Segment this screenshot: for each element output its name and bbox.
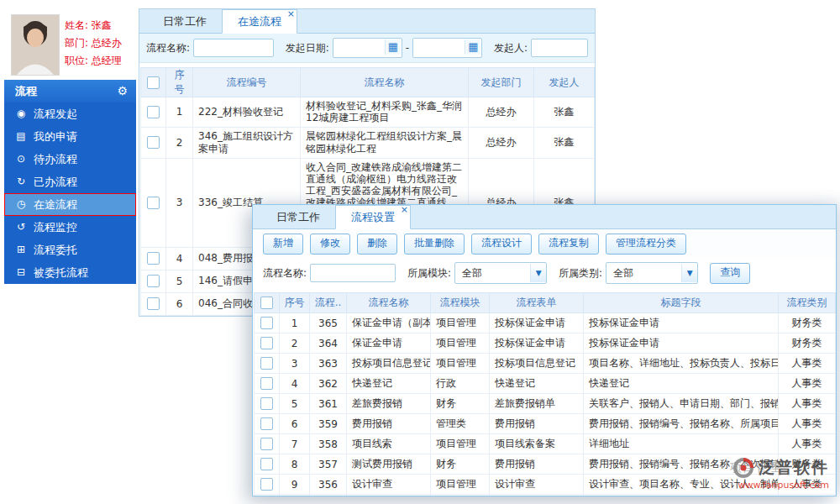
cell-category: 人事类 <box>779 394 836 414</box>
sidebar-item-flow-delegate[interactable]: ⊞ 流程委托 <box>4 239 136 261</box>
cell-category: 人事类 <box>779 495 836 497</box>
cell-no: 9 <box>280 475 310 495</box>
cell-person: 张鑫 <box>534 97 595 128</box>
alert-icon: ⊙ <box>15 148 27 171</box>
select-all-checkbox[interactable] <box>260 297 273 309</box>
cell-no: 10 <box>280 495 310 497</box>
calendar-icon[interactable]: ▦ <box>385 39 401 55</box>
module-select[interactable]: 全部 ▼ <box>454 262 547 284</box>
table-row[interactable]: 10 355 设计进度汇报 项目管理 设计进度汇报 设计进度汇报、所属项目、任务… <box>255 495 836 497</box>
cell-category: 人事类 <box>779 434 836 454</box>
row-checkbox[interactable] <box>260 317 273 329</box>
row-checkbox[interactable] <box>260 337 273 349</box>
start-date-from-input[interactable]: ▦ <box>333 38 402 58</box>
flow-design-button[interactable]: 流程设计 <box>471 234 532 255</box>
batch-delete-button[interactable]: 批量删除 <box>404 234 465 255</box>
cell-form: 项目线索备案 <box>490 434 584 454</box>
cell-module: 项目管理 <box>431 434 490 454</box>
col-dept: 发起部门 <box>469 68 534 97</box>
module-select-value: 全部 <box>462 266 482 281</box>
row-checkbox[interactable] <box>260 458 273 470</box>
col-title-field: 标题字段 <box>584 293 779 313</box>
gear-icon[interactable]: ⚙ <box>117 80 128 102</box>
cell-flow-id: 365 <box>310 313 347 333</box>
cell-title-field: 快递登记 <box>584 374 779 394</box>
fanpu-logo-icon <box>732 457 754 479</box>
sidebar-item-delegated-flows[interactable]: ⊟ 被委托流程 <box>4 261 136 284</box>
row-checkbox[interactable] <box>147 275 160 287</box>
calendar-icon[interactable]: ▦ <box>465 39 480 55</box>
cell-module: 项目管理 <box>431 333 490 354</box>
row-checkbox[interactable] <box>260 357 273 370</box>
cell-flow-id: 362 <box>310 374 347 394</box>
category-select[interactable]: 全部 ▼ <box>606 262 698 284</box>
search-button[interactable]: 查询 <box>710 263 750 284</box>
row-checkbox[interactable] <box>147 197 160 209</box>
cell-name: 差旅费报销 <box>347 394 431 414</box>
tab-daily-work[interactable]: 日常工作 <box>261 206 335 228</box>
clock-icon: ◷ <box>15 193 27 216</box>
cell-title-field: 投标保证金申请 <box>584 313 779 333</box>
table-row[interactable]: 2 364 保证金申请 项目管理 投标保证金申请 投标保证金申请 财务类 <box>255 333 836 354</box>
close-icon[interactable]: × <box>401 205 408 214</box>
add-button[interactable]: 新增 <box>263 234 303 255</box>
cell-module: 项目管理 <box>431 475 490 495</box>
manage-flow-category-button[interactable]: 管理流程分类 <box>606 234 686 255</box>
desktop: 姓名: 张鑫 部门: 总经办 职位: 总经理 流程 ⚙ ◉ 流程发起 ▤ 我的申… <box>0 0 840 504</box>
flow-copy-button[interactable]: 流程复制 <box>538 234 599 255</box>
table-row[interactable]: 5 361 差旅费报销 财务 差旅费报销单 关联客户、报销人、申请日期、部门、报… <box>255 394 836 414</box>
cell-name: 投标项目信息登记 <box>347 354 431 374</box>
delete-button[interactable]: 删除 <box>357 234 397 255</box>
table-row[interactable]: 1 222_材料验收登记 材料验收登记_材料采购_张鑫_华润12城房建工程项目 … <box>141 97 595 128</box>
profile-title: 职位: 总经理 <box>65 52 122 70</box>
cell-no: 2 <box>280 333 310 354</box>
table-row[interactable]: 3 363 投标项目信息登记 项目管理 投标项目信息登记 项目名称、详细地址、投… <box>255 354 836 374</box>
row-checkbox[interactable] <box>147 136 160 149</box>
cell-name: 材料验收登记_材料采购_张鑫_华润12城房建工程项目 <box>301 97 469 128</box>
sidebar: 姓名: 张鑫 部门: 总经办 职位: 总经理 流程 ⚙ ◉ 流程发起 ▤ 我的申… <box>4 8 136 80</box>
table-row[interactable]: 1 365 保证金申请（副本） 项目管理 投标保证金申请 投标保证金申请 财务类 <box>255 313 836 333</box>
sidebar-item-my-applications[interactable]: ▤ 我的申请 <box>4 125 136 148</box>
row-checkbox[interactable] <box>147 252 160 265</box>
flow-name-input[interactable] <box>193 39 274 57</box>
sidebar-item-todo-flows[interactable]: ⊙ 待办流程 <box>4 148 136 171</box>
sidebar-item-in-transit-flows[interactable]: ◷ 在途流程 <box>4 193 136 216</box>
table-row[interactable]: 2 346_施工组织设计方案申请 晨铭园林绿化工程组织设计方案_晨铭园林绿化工程… <box>141 127 595 158</box>
row-checkbox[interactable] <box>260 377 273 390</box>
cell-flow-id: 364 <box>310 333 347 354</box>
row-checkbox[interactable] <box>260 438 273 450</box>
table-row[interactable]: 7 358 项目线索 项目管理 项目线索备案 详细地址 人事类 <box>255 434 836 454</box>
sidebar-item-flow-monitor[interactable]: ↺ 流程监控 <box>4 216 136 239</box>
row-checkbox[interactable] <box>260 397 273 410</box>
sidebar-item-label: 我的申请 <box>34 125 77 148</box>
cell-no: 4 <box>166 247 193 270</box>
toolbar: 新增 修改 删除 批量删除 流程设计 流程复制 管理流程分类 <box>253 229 836 258</box>
sidebar-item-flow-initiate[interactable]: ◉ 流程发起 <box>4 102 136 125</box>
start-date-to-input[interactable]: ▦ <box>412 38 482 58</box>
tab-daily-work[interactable]: 日常工作 <box>148 10 222 33</box>
row-checkbox[interactable] <box>260 478 273 491</box>
tab-in-transit[interactable]: 在途流程 × <box>222 9 297 34</box>
col-flow-id: 流程.. <box>310 293 347 313</box>
table-row[interactable]: 6 359 费用报销 管理类 费用报销 费用报销、报销编号、报销名称、所属项目 … <box>255 414 836 434</box>
row-checkbox[interactable] <box>147 297 160 310</box>
sidebar-item-label: 在途流程 <box>34 193 77 216</box>
module-label: 所属模块: <box>407 266 451 281</box>
row-checkbox[interactable] <box>260 417 273 430</box>
filter-bar: 流程名称: 发起日期: ▦ - ▦ 发起人: <box>139 34 595 63</box>
tab-flow-settings[interactable]: 流程设置 × <box>335 205 411 229</box>
initiator-input[interactable] <box>531 39 588 57</box>
row-checkbox[interactable] <box>147 106 160 118</box>
sidebar-item-label: 流程委托 <box>34 239 77 261</box>
cell-flow-id: 356 <box>310 475 347 495</box>
flow-name-input[interactable] <box>310 264 396 282</box>
close-icon[interactable]: × <box>287 9 295 18</box>
table-row[interactable]: 4 362 快递登记 行政 快递登记 快递登记 人事类 <box>255 374 836 394</box>
cell-form: 费用报销 <box>490 414 584 434</box>
sidebar-item-done-flows[interactable]: ↻ 已办流程 <box>4 171 136 193</box>
cell-no: 6 <box>166 292 193 315</box>
cell-flow-id: 361 <box>310 394 347 414</box>
cell-form: 差旅费报销单 <box>490 394 584 414</box>
modify-button[interactable]: 修改 <box>310 234 350 255</box>
select-all-checkbox[interactable] <box>147 76 160 89</box>
